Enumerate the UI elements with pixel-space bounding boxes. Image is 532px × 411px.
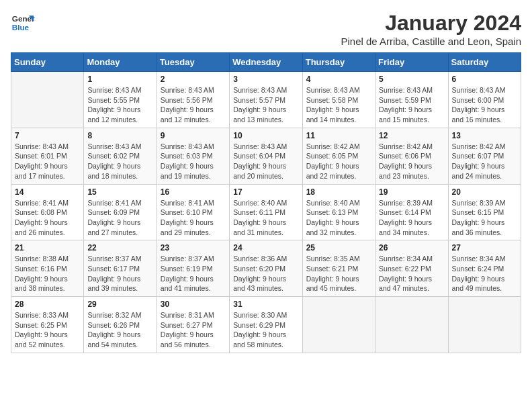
day-number: 27	[452, 243, 517, 253]
calendar-body: 1Sunrise: 8:43 AMSunset: 5:55 PMDaylight…	[11, 72, 521, 353]
day-number: 18	[306, 187, 371, 197]
calendar-week-1: 1Sunrise: 8:43 AMSunset: 5:55 PMDaylight…	[11, 72, 521, 128]
day-number: 26	[379, 243, 444, 253]
day-number: 2	[161, 75, 226, 84]
day-header-saturday: Saturday	[448, 53, 521, 72]
day-number: 12	[379, 131, 444, 140]
day-detail: Sunrise: 8:42 AMSunset: 6:06 PMDaylight:…	[379, 142, 444, 181]
day-detail: Sunrise: 8:43 AMSunset: 6:04 PMDaylight:…	[233, 142, 298, 181]
calendar-cell: 8Sunrise: 8:43 AMSunset: 6:02 PMDaylight…	[84, 128, 157, 184]
day-detail: Sunrise: 8:40 AMSunset: 6:11 PMDaylight:…	[233, 198, 298, 238]
calendar-cell: 6Sunrise: 8:43 AMSunset: 6:00 PMDaylight…	[448, 72, 521, 128]
day-detail: Sunrise: 8:41 AMSunset: 6:09 PMDaylight:…	[87, 198, 152, 238]
day-number: 6	[452, 75, 517, 84]
calendar-cell: 31Sunrise: 8:30 AMSunset: 6:29 PMDayligh…	[230, 297, 302, 353]
day-header-monday: Monday	[84, 53, 157, 72]
calendar-cell: 14Sunrise: 8:41 AMSunset: 6:08 PMDayligh…	[11, 184, 84, 240]
day-detail: Sunrise: 8:43 AMSunset: 6:00 PMDaylight:…	[452, 85, 517, 125]
calendar-cell	[11, 72, 84, 128]
calendar-cell: 4Sunrise: 8:43 AMSunset: 5:58 PMDaylight…	[302, 72, 375, 128]
day-detail: Sunrise: 8:41 AMSunset: 6:10 PMDaylight:…	[161, 198, 226, 238]
day-detail: Sunrise: 8:34 AMSunset: 6:22 PMDaylight:…	[379, 254, 444, 293]
day-number: 22	[87, 243, 152, 253]
day-header-friday: Friday	[375, 53, 448, 72]
day-detail: Sunrise: 8:33 AMSunset: 6:25 PMDaylight:…	[15, 310, 80, 350]
calendar-cell: 5Sunrise: 8:43 AMSunset: 5:59 PMDaylight…	[375, 72, 448, 128]
calendar-cell: 29Sunrise: 8:32 AMSunset: 6:26 PMDayligh…	[84, 297, 157, 353]
day-detail: Sunrise: 8:43 AMSunset: 5:55 PMDaylight:…	[87, 85, 152, 125]
calendar-cell: 22Sunrise: 8:37 AMSunset: 6:17 PMDayligh…	[84, 240, 157, 297]
day-detail: Sunrise: 8:35 AMSunset: 6:21 PMDaylight:…	[306, 254, 371, 293]
svg-text:Blue: Blue	[12, 23, 30, 32]
day-number: 16	[161, 187, 226, 197]
calendar-cell: 15Sunrise: 8:41 AMSunset: 6:09 PMDayligh…	[84, 184, 157, 240]
calendar-cell	[448, 297, 521, 353]
calendar-cell: 24Sunrise: 8:36 AMSunset: 6:20 PMDayligh…	[230, 240, 302, 297]
calendar-cell: 30Sunrise: 8:31 AMSunset: 6:27 PMDayligh…	[157, 297, 229, 353]
page-header: General Blue January 2024 Pinel de Arrib…	[11, 11, 521, 47]
calendar-header-row: SundayMondayTuesdayWednesdayThursdayFrid…	[11, 53, 521, 72]
calendar-cell: 16Sunrise: 8:41 AMSunset: 6:10 PMDayligh…	[157, 184, 229, 240]
day-number: 8	[87, 131, 152, 140]
day-detail: Sunrise: 8:41 AMSunset: 6:08 PMDaylight:…	[15, 198, 80, 238]
calendar-cell: 27Sunrise: 8:34 AMSunset: 6:24 PMDayligh…	[448, 240, 521, 297]
day-number: 13	[452, 131, 517, 140]
calendar-cell: 1Sunrise: 8:43 AMSunset: 5:55 PMDaylight…	[84, 72, 157, 128]
calendar-cell: 2Sunrise: 8:43 AMSunset: 5:56 PMDaylight…	[157, 72, 229, 128]
calendar-subtitle: Pinel de Arriba, Castille and Leon, Spai…	[341, 36, 521, 47]
title-block: January 2024 Pinel de Arriba, Castille a…	[341, 11, 521, 47]
calendar-cell	[302, 297, 375, 353]
day-detail: Sunrise: 8:43 AMSunset: 6:03 PMDaylight:…	[161, 142, 226, 181]
calendar-cell: 20Sunrise: 8:39 AMSunset: 6:15 PMDayligh…	[448, 184, 521, 240]
day-number: 5	[379, 75, 444, 84]
day-number: 29	[87, 300, 152, 309]
day-detail: Sunrise: 8:36 AMSunset: 6:20 PMDaylight:…	[233, 254, 298, 293]
day-number: 1	[87, 75, 152, 84]
day-detail: Sunrise: 8:43 AMSunset: 6:02 PMDaylight:…	[87, 142, 152, 181]
day-number: 31	[233, 300, 298, 309]
calendar-cell: 7Sunrise: 8:43 AMSunset: 6:01 PMDaylight…	[11, 128, 84, 184]
calendar-cell: 18Sunrise: 8:40 AMSunset: 6:13 PMDayligh…	[302, 184, 375, 240]
day-detail: Sunrise: 8:43 AMSunset: 5:56 PMDaylight:…	[161, 85, 226, 125]
day-number: 23	[161, 243, 226, 253]
day-detail: Sunrise: 8:39 AMSunset: 6:14 PMDaylight:…	[379, 198, 444, 238]
calendar-week-2: 7Sunrise: 8:43 AMSunset: 6:01 PMDaylight…	[11, 128, 521, 184]
day-number: 19	[379, 187, 444, 197]
day-detail: Sunrise: 8:43 AMSunset: 5:59 PMDaylight:…	[379, 85, 444, 125]
day-detail: Sunrise: 8:37 AMSunset: 6:17 PMDaylight:…	[87, 254, 152, 293]
day-detail: Sunrise: 8:34 AMSunset: 6:24 PMDaylight:…	[452, 254, 517, 293]
day-number: 25	[306, 243, 371, 253]
day-number: 24	[233, 243, 298, 253]
calendar-cell: 3Sunrise: 8:43 AMSunset: 5:57 PMDaylight…	[230, 72, 302, 128]
calendar-week-5: 28Sunrise: 8:33 AMSunset: 6:25 PMDayligh…	[11, 297, 521, 353]
day-detail: Sunrise: 8:43 AMSunset: 5:57 PMDaylight:…	[233, 85, 298, 125]
calendar-cell: 17Sunrise: 8:40 AMSunset: 6:11 PMDayligh…	[230, 184, 302, 240]
day-number: 28	[15, 300, 80, 309]
calendar-cell: 19Sunrise: 8:39 AMSunset: 6:14 PMDayligh…	[375, 184, 448, 240]
calendar-cell: 13Sunrise: 8:42 AMSunset: 6:07 PMDayligh…	[448, 128, 521, 184]
day-number: 21	[15, 243, 80, 253]
day-detail: Sunrise: 8:37 AMSunset: 6:19 PMDaylight:…	[161, 254, 226, 293]
calendar-cell: 26Sunrise: 8:34 AMSunset: 6:22 PMDayligh…	[375, 240, 448, 297]
day-detail: Sunrise: 8:38 AMSunset: 6:16 PMDaylight:…	[15, 254, 80, 293]
calendar-title: January 2024	[341, 11, 521, 36]
day-number: 10	[233, 131, 298, 140]
day-detail: Sunrise: 8:40 AMSunset: 6:13 PMDaylight:…	[306, 198, 371, 238]
day-header-thursday: Thursday	[302, 53, 375, 72]
day-detail: Sunrise: 8:42 AMSunset: 6:07 PMDaylight:…	[452, 142, 517, 181]
calendar-week-4: 21Sunrise: 8:38 AMSunset: 6:16 PMDayligh…	[11, 240, 521, 297]
day-number: 20	[452, 187, 517, 197]
day-header-sunday: Sunday	[11, 53, 84, 72]
day-number: 11	[306, 131, 371, 140]
day-detail: Sunrise: 8:43 AMSunset: 6:01 PMDaylight:…	[15, 142, 80, 181]
calendar-cell: 11Sunrise: 8:42 AMSunset: 6:05 PMDayligh…	[302, 128, 375, 184]
day-number: 17	[233, 187, 298, 197]
day-detail: Sunrise: 8:42 AMSunset: 6:05 PMDaylight:…	[306, 142, 371, 181]
logo: General Blue	[11, 11, 35, 35]
day-number: 14	[15, 187, 80, 197]
day-detail: Sunrise: 8:32 AMSunset: 6:26 PMDaylight:…	[87, 310, 152, 350]
day-detail: Sunrise: 8:31 AMSunset: 6:27 PMDaylight:…	[161, 310, 226, 350]
calendar-table: SundayMondayTuesdayWednesdayThursdayFrid…	[11, 52, 521, 353]
day-number: 30	[161, 300, 226, 309]
day-detail: Sunrise: 8:43 AMSunset: 5:58 PMDaylight:…	[306, 85, 371, 125]
